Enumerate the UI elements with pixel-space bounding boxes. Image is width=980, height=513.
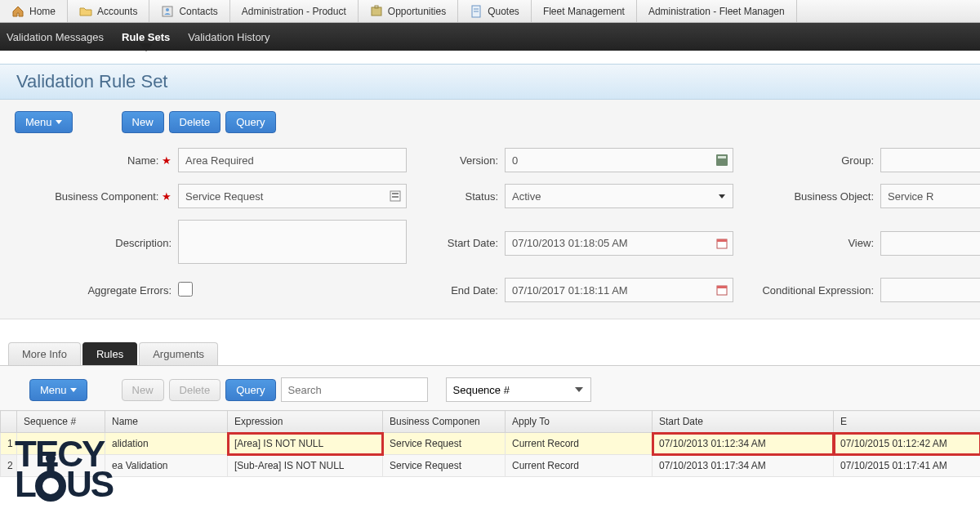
nav-label: Quotes [488, 6, 519, 17]
end-date-label: End Date: [407, 284, 505, 297]
start-date-label: Start Date: [407, 237, 505, 249]
col-end-date[interactable]: E [834, 411, 981, 433]
name-field[interactable] [178, 148, 407, 172]
nav-tab-admin-fleet[interactable]: Administration - Fleet Managen [637, 0, 797, 22]
opportunity-icon [370, 5, 383, 18]
search-input[interactable] [281, 377, 428, 402]
nav-tab-admin-product[interactable]: Administration - Product [230, 0, 359, 22]
version-field[interactable] [505, 148, 733, 172]
nav-tab-accounts[interactable]: Accounts [68, 0, 149, 22]
delete-button[interactable]: Delete [169, 111, 221, 133]
nav-label: Accounts [97, 6, 137, 17]
grid-toolbar: Menu New Delete Query Sequence # [0, 377, 980, 402]
cell-bc[interactable]: Service Request [383, 433, 506, 455]
col-business-component[interactable]: Business Componen [383, 411, 506, 433]
cell-start[interactable]: 07/10/2013 01:12:34 AM [653, 433, 834, 455]
description-label: Description: [15, 237, 178, 249]
row-number-header [1, 411, 17, 433]
end-date-field[interactable] [505, 278, 733, 302]
grid-query-button[interactable]: Query [225, 379, 275, 401]
nav-label: Administration - Fleet Managen [648, 6, 785, 17]
caret-down-icon [56, 120, 62, 124]
home-icon [11, 5, 24, 18]
cell-start[interactable]: 07/10/2013 01:17:34 AM [653, 455, 834, 477]
description-field[interactable] [178, 220, 407, 264]
col-start-date[interactable]: Start Date [653, 411, 834, 433]
watermark-logo [15, 439, 113, 502]
tab-arguments[interactable]: Arguments [139, 342, 218, 365]
start-date-field[interactable] [505, 231, 733, 256]
cell-name[interactable]: ea Validation [105, 455, 228, 477]
query-button[interactable]: Query [225, 111, 275, 133]
nav-label: Home [29, 6, 56, 17]
new-button[interactable]: New [122, 111, 164, 133]
cell-name[interactable]: alidation [105, 433, 228, 455]
bo-label: Business Object: [733, 190, 880, 203]
table-row[interactable]: 1alidation[Area] IS NOT NULLService Requ… [1, 433, 981, 455]
main-nav: Home Accounts Contacts Administration - … [0, 0, 980, 23]
rules-table: Sequence # Name Expression Business Comp… [0, 410, 980, 477]
caret-down-icon [70, 388, 77, 392]
sort-select[interactable]: Sequence # [446, 377, 591, 402]
grid-new-button[interactable]: New [122, 379, 164, 401]
version-label: Version: [407, 154, 505, 167]
conditional-expression-field[interactable] [880, 278, 980, 302]
grid-delete-button[interactable]: Delete [169, 379, 221, 401]
business-component-field[interactable] [178, 184, 407, 208]
tab-more-info[interactable]: More Info [8, 342, 81, 365]
subnav-validation-messages[interactable]: Validation Messages [7, 31, 104, 43]
nav-tab-quotes[interactable]: Quotes [458, 0, 532, 22]
svg-point-1 [166, 8, 169, 11]
nav-label: Contacts [179, 6, 217, 17]
folder-icon [79, 5, 92, 18]
quote-icon [470, 5, 483, 18]
form-toolbar: Menu New Delete Query [15, 111, 965, 133]
section-header: Validation Rule Set [0, 64, 980, 100]
col-sequence[interactable]: Sequence # [17, 411, 105, 433]
subnav-rule-sets[interactable]: Rule Sets [122, 31, 170, 43]
group-label: Group: [733, 154, 880, 167]
cell-bc[interactable]: Service Request [383, 455, 506, 477]
nav-label: Opportunities [388, 6, 446, 17]
form-applet: Menu New Delete Query Name: ★ Version: G… [0, 100, 980, 319]
rules-applet: Menu New Delete Query Sequence # Sequenc… [0, 365, 980, 477]
aggregate-errors-label: Aggregate Errors: [15, 284, 178, 297]
nav-label: Administration - Product [242, 6, 346, 17]
page-title: Validation Rule Set [16, 71, 964, 92]
view-field[interactable] [880, 231, 980, 256]
col-apply-to[interactable]: Apply To [506, 411, 653, 433]
col-expression[interactable]: Expression [228, 411, 383, 433]
group-field[interactable] [880, 148, 980, 172]
sub-nav: Validation Messages Rule Sets Validation… [0, 23, 980, 51]
business-object-field[interactable] [880, 184, 980, 208]
chevron-down-icon [575, 387, 583, 392]
cell-apply[interactable]: Current Record [506, 433, 653, 455]
nav-label: Fleet Management [543, 6, 625, 17]
cond-expr-label: Conditional Expression: [733, 284, 880, 297]
cell-end[interactable]: 07/10/2015 01:12:42 AM [834, 433, 981, 455]
cell-apply[interactable]: Current Record [506, 455, 653, 477]
status-field[interactable] [505, 184, 733, 208]
view-label: View: [733, 237, 880, 249]
subnav-validation-history[interactable]: Validation History [188, 31, 270, 43]
name-label: Name: ★ [15, 154, 178, 167]
nav-tab-home[interactable]: Home [0, 0, 68, 22]
table-row[interactable]: 2ea Validation[Sub-Area] IS NOT NULLServ… [1, 455, 981, 477]
nav-tab-fleet[interactable]: Fleet Management [532, 0, 637, 22]
bc-label: Business Component: ★ [15, 190, 178, 203]
nav-tab-contacts[interactable]: Contacts [149, 0, 229, 22]
cell-end[interactable]: 07/10/2015 01:17:41 AM [834, 455, 981, 477]
contact-icon [161, 5, 174, 18]
tab-rules[interactable]: Rules [82, 342, 137, 365]
aggregate-errors-checkbox[interactable] [178, 282, 193, 297]
cell-expr[interactable]: [Area] IS NOT NULL [228, 433, 383, 455]
col-name[interactable]: Name [105, 411, 228, 433]
cell-expr[interactable]: [Sub-Area] IS NOT NULL [228, 455, 383, 477]
status-label: Status: [407, 190, 505, 203]
detail-tabs: More Info Rules Arguments [0, 342, 980, 365]
menu-button[interactable]: Menu [15, 111, 73, 133]
grid-menu-button[interactable]: Menu [29, 379, 87, 401]
nav-tab-opportunities[interactable]: Opportunities [359, 0, 458, 22]
